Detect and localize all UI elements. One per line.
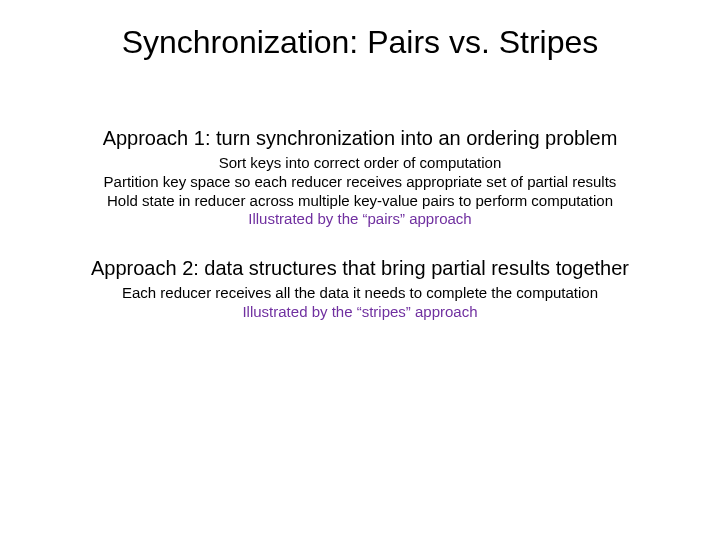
slide: Synchronization: Pairs vs. Stripes Appro… <box>0 0 720 540</box>
slide-title: Synchronization: Pairs vs. Stripes <box>0 0 720 69</box>
approach-1-heading: Approach 1: turn synchronization into an… <box>0 127 720 150</box>
approach-2-line: Each reducer receives all the data it ne… <box>0 284 720 303</box>
approach-2-bullets: Each reducer receives all the data it ne… <box>0 284 720 322</box>
approach-2-highlight: Illustrated by the “stripes” approach <box>0 303 720 322</box>
approach-1-highlight: Illustrated by the “pairs” approach <box>0 210 720 229</box>
approach-1-line: Partition key space so each reducer rece… <box>0 173 720 192</box>
approach-2-heading: Approach 2: data structures that bring p… <box>0 257 720 280</box>
approach-1-bullets: Sort keys into correct order of computat… <box>0 154 720 229</box>
approach-1-line: Sort keys into correct order of computat… <box>0 154 720 173</box>
approach-1-line: Hold state in reducer across multiple ke… <box>0 192 720 211</box>
